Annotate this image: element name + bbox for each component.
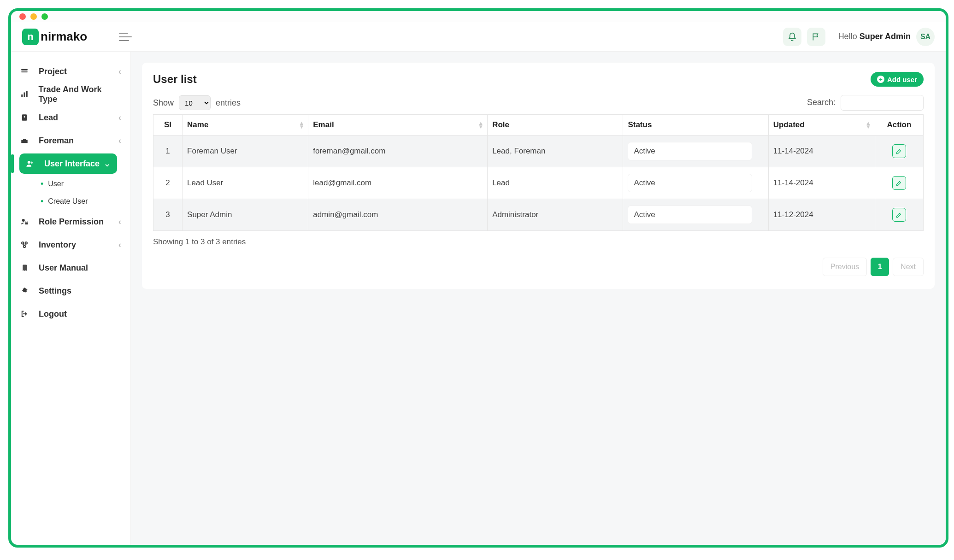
sidebar-item-lead[interactable]: Lead ‹ — [11, 106, 130, 129]
cell-si: 2 — [153, 167, 183, 199]
sidebar-sub-user[interactable]: User — [11, 175, 130, 193]
sidebar-item-settings[interactable]: Settings — [11, 279, 130, 302]
edit-icon — [895, 148, 902, 155]
bell-icon — [788, 32, 797, 41]
edit-icon — [895, 212, 902, 218]
sidebar-item-label: Lead — [39, 113, 58, 123]
edit-icon — [895, 180, 902, 187]
sidebar-item-foreman[interactable]: Foreman ‹ — [11, 129, 130, 152]
table-row: 3Super Adminadmin@gmail.comAdministrator… — [153, 199, 924, 231]
sidebar-item-inventory[interactable]: Inventory ‹ — [11, 233, 130, 256]
layers-icon — [20, 67, 32, 76]
pagination-previous[interactable]: Previous — [823, 258, 867, 276]
edit-button[interactable] — [892, 144, 906, 158]
notifications-button[interactable] — [783, 28, 801, 46]
page-title: User list — [153, 73, 197, 86]
person-lock-icon — [20, 218, 32, 226]
cell-action — [875, 199, 923, 231]
svg-rect-2 — [21, 94, 23, 97]
edit-button[interactable] — [892, 176, 906, 190]
sidebar-item-role-permission[interactable]: Role Permission ‹ — [11, 210, 130, 233]
chart-icon — [20, 90, 32, 99]
search-input[interactable] — [841, 95, 924, 111]
logout-icon — [20, 310, 32, 318]
sidebar-item-user-interface[interactable]: User Interface ⌄ — [11, 152, 130, 175]
sidebar-item-label: Foreman — [39, 136, 74, 146]
window-minimize-icon[interactable] — [30, 13, 37, 20]
cell-updated: 11-14-2024 — [768, 136, 875, 167]
cell-email: lead@gmail.com — [308, 167, 488, 199]
col-action[interactable]: Action — [875, 115, 923, 136]
toolbox-icon — [20, 136, 32, 145]
cell-status: Active — [623, 199, 768, 231]
topbar: n nirmako Hello Super Admin SA — [11, 22, 946, 52]
edit-button[interactable] — [892, 208, 906, 222]
cell-updated: 11-14-2024 — [768, 167, 875, 199]
pagination: Previous 1 Next — [823, 258, 924, 276]
sidebar-item-label: Settings — [39, 286, 71, 296]
chevron-left-icon: ‹ — [118, 240, 121, 250]
logo-text: nirmako — [41, 29, 87, 44]
main-content: User list + Add user Show 10 entries — [131, 52, 946, 545]
cell-email: foreman@gmail.com — [308, 136, 488, 167]
window-close-icon[interactable] — [19, 13, 26, 20]
entries-select[interactable]: 10 — [179, 95, 211, 110]
col-updated[interactable]: Updated▲▼ — [768, 115, 875, 136]
cell-status: Active — [623, 167, 768, 199]
cell-status: Active — [623, 136, 768, 167]
window-maximize-icon[interactable] — [41, 13, 48, 20]
cell-role: Lead — [488, 167, 623, 199]
chevron-down-icon: ⌄ — [104, 159, 111, 169]
sidebar-item-label: Role Permission — [39, 217, 104, 227]
svg-point-8 — [31, 162, 33, 164]
window-titlebar — [11, 11, 946, 22]
gear-icon — [20, 287, 32, 295]
sidebar-item-label: User Manual — [39, 263, 88, 273]
chevron-left-icon: ‹ — [118, 67, 121, 77]
chevron-left-icon: ‹ — [118, 113, 121, 123]
plus-icon: + — [877, 76, 884, 83]
sidebar-item-label: Logout — [39, 309, 67, 319]
cell-action — [875, 167, 923, 199]
book-icon — [20, 264, 32, 272]
sidebar-sub-create-user[interactable]: Create User — [11, 193, 130, 210]
col-si[interactable]: SI — [153, 115, 183, 136]
badge-icon — [20, 113, 32, 122]
svg-rect-3 — [24, 93, 25, 98]
cell-name: Lead User — [183, 167, 308, 199]
col-email[interactable]: Email▲▼ — [308, 115, 488, 136]
sort-icon: ▲▼ — [299, 121, 304, 129]
svg-point-6 — [24, 116, 25, 118]
sidebar-item-project[interactable]: Project ‹ — [11, 60, 130, 83]
sidebar-item-label: Trade And Work Type — [39, 85, 121, 104]
col-name[interactable]: Name▲▼ — [183, 115, 308, 136]
cell-si: 1 — [153, 136, 183, 167]
table-row: 1Foreman Userforeman@gmail.comLead, Fore… — [153, 136, 924, 167]
sidebar-sub-label: Create User — [48, 197, 88, 206]
logo-mark-icon: n — [22, 29, 39, 45]
table-row: 2Lead Userlead@gmail.comLeadActive11-14-… — [153, 167, 924, 199]
svg-point-9 — [22, 219, 25, 222]
col-role[interactable]: Role — [488, 115, 623, 136]
sidebar-item-user-manual[interactable]: User Manual — [11, 256, 130, 279]
cell-email: admin@gmail.com — [308, 199, 488, 231]
col-status[interactable]: Status — [623, 115, 768, 136]
logo[interactable]: n nirmako — [22, 29, 119, 45]
pagination-page-1[interactable]: 1 — [871, 258, 889, 276]
sidebar-item-label: Inventory — [39, 240, 76, 250]
status-select[interactable]: Active — [628, 174, 752, 192]
user-greeting: Hello Super Admin — [838, 32, 911, 41]
svg-rect-1 — [21, 71, 28, 72]
status-select[interactable]: Active — [628, 142, 752, 160]
sidebar-item-label: Project — [39, 67, 67, 77]
sidebar-item-trade[interactable]: Trade And Work Type — [11, 83, 130, 106]
menu-toggle-icon[interactable] — [119, 33, 132, 41]
add-user-button[interactable]: + Add user — [871, 72, 924, 87]
pagination-next[interactable]: Next — [893, 258, 924, 276]
flag-button[interactable] — [807, 28, 825, 46]
user-list-card: User list + Add user Show 10 entries — [142, 63, 935, 289]
status-select[interactable]: Active — [628, 206, 752, 224]
sidebar-item-logout[interactable]: Logout — [11, 302, 130, 325]
svg-point-7 — [28, 161, 30, 164]
avatar[interactable]: SA — [916, 28, 935, 46]
